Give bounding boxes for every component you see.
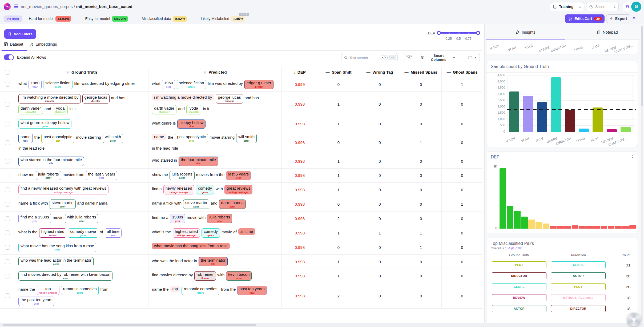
smart-columns-button[interactable]: Smart Columns xyxy=(420,53,455,62)
filter-funnel-icon[interactable] xyxy=(203,70,207,74)
header-ghost-spans[interactable]: — Ghost Spans xyxy=(441,67,482,77)
select-all-checkbox[interactable] xyxy=(5,70,10,75)
export-button[interactable]: Export xyxy=(606,14,630,23)
all-data-filter[interactable]: All data xyxy=(4,15,22,22)
table-row[interactable]: what movie has the song kiss from a rose… xyxy=(0,240,482,255)
table-row[interactable]: what genre is sleepy hollowgenrewhat gen… xyxy=(0,117,482,131)
row-checkbox[interactable] xyxy=(5,293,10,298)
span-search-button[interactable]: SPAN xyxy=(403,53,415,62)
slices-select[interactable]: Slices xyxy=(586,2,619,11)
sort-neutral-icon[interactable]: — xyxy=(367,70,371,74)
dep-card-sort-icon[interactable] xyxy=(631,155,633,158)
columns-config-button[interactable] xyxy=(465,53,480,62)
row-checkbox[interactable] xyxy=(5,202,10,207)
wrong-tag-value: 0 xyxy=(359,255,400,269)
enter-key-icon[interactable]: ↵ xyxy=(389,55,396,60)
row-checkbox[interactable] xyxy=(5,82,10,87)
header-span-shift[interactable]: — Span Shift xyxy=(318,67,359,77)
search-input[interactable] xyxy=(349,56,379,60)
hamburger-menu-icon[interactable] xyxy=(14,5,18,8)
table-row[interactable]: who was the lead actor in the terminator… xyxy=(0,255,482,269)
dep-slider-track[interactable]: 0.25 0.5 0.75 xyxy=(439,32,478,34)
row-checkbox[interactable] xyxy=(5,245,10,250)
sort-neutral-icon[interactable]: — xyxy=(325,70,329,74)
entity-token: movie starring xyxy=(209,134,235,141)
table-row[interactable]: show mejulia robertsactormovies fromthe … xyxy=(0,169,482,183)
row-checkbox[interactable] xyxy=(5,216,10,221)
row-checkbox[interactable] xyxy=(5,102,10,107)
help-widget-button[interactable] xyxy=(627,313,641,326)
token-text: what genre is sleepy hollow xyxy=(21,120,69,125)
row-checkbox[interactable] xyxy=(5,188,10,192)
add-filters-button[interactable]: Add Filters xyxy=(4,29,36,39)
table-row[interactable]: find a newly released comedy with great … xyxy=(0,183,482,197)
row-checkbox[interactable] xyxy=(5,259,10,264)
table-row[interactable]: name a flick withsteve martinactorand da… xyxy=(0,197,482,212)
row-checkbox[interactable] xyxy=(5,122,10,126)
sort-desc-icon[interactable]: ↓ xyxy=(294,70,296,74)
panel-scrollbar-thumb[interactable] xyxy=(641,26,643,106)
stat-value-badge[interactable]: 1.45% xyxy=(231,16,245,22)
text-search-box[interactable]: </> ↵ xyxy=(341,53,398,62)
horizontal-scrollbar[interactable] xyxy=(0,323,644,327)
breadcrumb-project[interactable]: ner_movies_queries_corpus xyxy=(21,4,73,9)
dep-value: 0.998 xyxy=(281,92,318,117)
table-row[interactable]: find movies directed by rob reiner with … xyxy=(0,269,482,283)
bar-genre xyxy=(551,77,561,132)
dataset-split-select[interactable]: Training xyxy=(550,2,584,11)
header-dep[interactable]: ↓ DEP xyxy=(281,67,318,77)
missed-spans-value: 0 xyxy=(400,154,441,168)
horizontal-scrollbar-thumb[interactable] xyxy=(3,324,256,326)
header-missed-spans[interactable]: — Missed Spans xyxy=(400,67,441,77)
dep-slider-handle-min[interactable] xyxy=(437,31,441,35)
stat-value-badge[interactable]: 68.72% xyxy=(112,16,128,22)
collapse-panel-icon[interactable]: » xyxy=(633,15,636,21)
stat-value-badge[interactable]: 14.64% xyxy=(55,16,71,22)
token-text: find movies directed by xyxy=(152,272,193,278)
code-search-icon[interactable]: </> xyxy=(381,55,388,60)
app-logo-icon[interactable] xyxy=(4,3,11,10)
expand-all-rows-toggle[interactable] xyxy=(4,54,14,60)
dep-slider-handle-max[interactable] xyxy=(476,31,480,35)
learn-button[interactable] xyxy=(623,2,632,11)
token-text: the past ten years xyxy=(21,297,52,302)
pair-count: 18 xyxy=(620,296,630,300)
top-gridline xyxy=(499,167,636,167)
ghost-spans-value: 0 xyxy=(441,283,482,308)
table-row[interactable]: who starred in the four minute miletitle… xyxy=(0,154,482,169)
table-row[interactable]: what1960yearscience fictiongenrefilm was… xyxy=(0,77,482,92)
overall-count-link[interactable]: 154 (0.70%) xyxy=(505,246,522,250)
edits-cart-button[interactable]: Edits Cart 20 xyxy=(565,14,605,23)
tab-dataset[interactable]: Dataset xyxy=(4,42,23,46)
tab-insights[interactable]: Insights xyxy=(515,30,536,34)
dep-range-slider[interactable]: DEP 0.25 0.5 0.75 xyxy=(428,30,480,41)
ground-truth-cell: what1960yearscience fictiongenrefilm was… xyxy=(15,77,148,91)
table-row[interactable]: nametitlethepost apocalypticplotmovie st… xyxy=(0,131,482,154)
row-checkbox[interactable] xyxy=(5,140,10,145)
stat-items: Hard for model14.64%Easy for model68.72%… xyxy=(29,13,245,24)
tab-notepad[interactable]: Notepad xyxy=(597,30,618,34)
row-checkbox[interactable] xyxy=(5,230,10,235)
row-checkbox-cell xyxy=(0,197,15,211)
stat-value-badge[interactable]: 9.42% xyxy=(173,16,187,22)
table-row[interactable]: name thetopratings_averageromantic comed… xyxy=(0,283,482,309)
user-avatar[interactable]: G xyxy=(631,2,641,12)
row-checkbox[interactable] xyxy=(5,173,10,178)
header-ground-truth[interactable]: Ground Truth xyxy=(15,67,148,77)
sort-neutral-icon[interactable]: — xyxy=(404,70,408,74)
breadcrumb-separator: / xyxy=(74,4,75,9)
header-wrong-tag[interactable]: — Wrong Tag xyxy=(359,67,400,77)
row-checkbox[interactable] xyxy=(5,159,10,164)
header-predicted[interactable]: Predicted xyxy=(148,67,281,77)
tab-embeddings[interactable]: Embeddings xyxy=(29,42,57,46)
tab-insights-label: Insights xyxy=(522,30,536,34)
table-row[interactable]: what is thehighest ratedreviewcomedy mov… xyxy=(0,226,482,240)
table-row[interactable]: i m watching a movie directed bydirector… xyxy=(0,92,482,117)
sort-neutral-icon[interactable]: — xyxy=(447,70,451,74)
filter-funnel-icon[interactable] xyxy=(66,70,70,74)
dep-value: 0.998 xyxy=(281,197,318,211)
entity-token: and xyxy=(178,105,185,112)
row-checkbox[interactable] xyxy=(5,274,10,278)
table-row[interactable]: find me a 1980syearmoviewith julia rober… xyxy=(0,212,482,226)
histogram-bar xyxy=(557,226,564,229)
